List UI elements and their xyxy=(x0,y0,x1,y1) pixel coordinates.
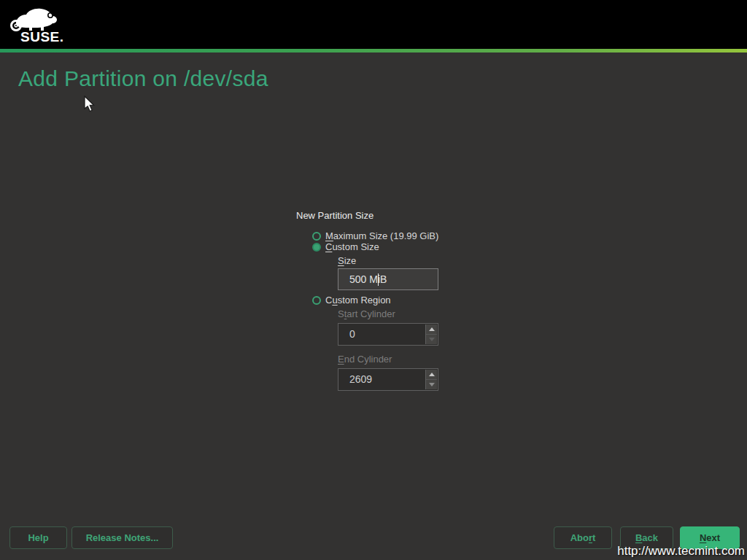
tecmint-watermark: http://www.tecmint.com xyxy=(617,544,745,559)
radio-circle-icon[interactable] xyxy=(312,296,321,305)
arrow-down-icon xyxy=(429,338,435,341)
brand-gradient-divider xyxy=(0,49,747,52)
text-caret xyxy=(378,273,379,286)
radio-circle-selected-icon[interactable] xyxy=(312,243,321,252)
spinner-arrows xyxy=(425,370,437,389)
spin-up-button[interactable] xyxy=(426,324,437,334)
end-cylinder-value: 2609 xyxy=(338,369,438,390)
abort-button[interactable]: Abort xyxy=(554,526,612,549)
size-field-label: Size xyxy=(338,255,356,266)
form-heading: New Partition Size xyxy=(296,210,374,221)
end-cylinder-label: End Cylinder xyxy=(338,354,392,365)
size-input-value: 500 MiB xyxy=(349,273,387,285)
radio-custom-size-label: Custom Size xyxy=(325,241,379,252)
radio-custom-region[interactable]: Custom Region xyxy=(312,295,391,306)
spin-up-button[interactable] xyxy=(426,370,437,379)
mouse-cursor-icon xyxy=(84,96,96,113)
arrow-down-icon xyxy=(429,383,435,386)
size-input[interactable]: 500 MiB xyxy=(338,268,438,290)
radio-custom-region-label: Custom Region xyxy=(325,295,391,306)
radio-circle-icon[interactable] xyxy=(312,232,321,241)
suse-logo-text: SUSE. xyxy=(20,29,64,44)
spin-down-button[interactable] xyxy=(426,379,437,389)
end-cylinder-spinner[interactable]: 2609 xyxy=(338,368,438,391)
start-cylinder-value: 0 xyxy=(338,324,438,345)
start-cylinder-label: Start Cylinder xyxy=(338,308,395,319)
arrow-up-icon xyxy=(429,327,435,331)
start-cylinder-spinner[interactable]: 0 xyxy=(338,323,438,346)
radio-maximum-size-label: Maximum Size (19.99 GiB) xyxy=(325,230,438,241)
help-button[interactable]: Help xyxy=(9,526,67,549)
header-bar: SUSE. xyxy=(0,0,747,49)
spinner-arrows xyxy=(425,324,437,344)
add-partition-dialog: { "header": { "logo_text": "SUSE." }, "t… xyxy=(0,0,747,560)
arrow-up-icon xyxy=(429,373,435,376)
radio-maximum-size[interactable]: Maximum Size (19.99 GiB) xyxy=(312,230,438,241)
spin-down-button[interactable] xyxy=(426,334,437,344)
release-notes-button[interactable]: Release Notes... xyxy=(71,526,173,549)
suse-logo-icon: SUSE. xyxy=(9,6,82,45)
radio-custom-size[interactable]: Custom Size xyxy=(312,241,379,252)
page-title: Add Partition on /dev/sda xyxy=(18,66,268,91)
